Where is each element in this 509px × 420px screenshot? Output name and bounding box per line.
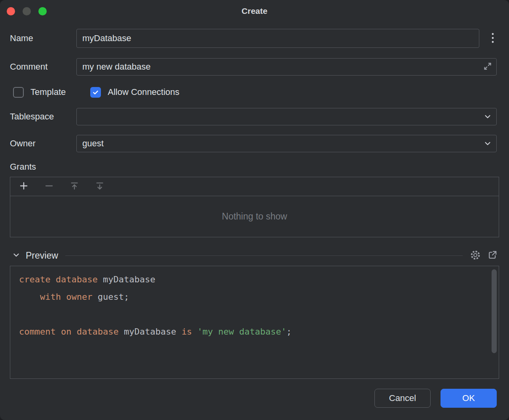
grants-panel: Nothing to show (10, 177, 499, 237)
tablespace-dropdown[interactable] (76, 108, 497, 125)
expand-icon (483, 62, 492, 72)
preview-header: Preview (0, 248, 509, 263)
open-in-new-icon (487, 250, 498, 261)
checkbox-row: Template Allow Connections (0, 86, 509, 98)
comment-row: Comment (0, 58, 509, 76)
titlebar: Create (0, 0, 509, 22)
chevron-down-icon (12, 251, 21, 261)
close-button[interactable] (7, 7, 15, 15)
name-options-button[interactable] (491, 32, 494, 45)
comment-input[interactable] (76, 58, 497, 76)
kebab-menu-icon (491, 32, 494, 45)
comment-label: Comment (10, 62, 76, 72)
template-checkbox[interactable] (13, 87, 24, 98)
move-down-icon (95, 181, 104, 192)
allow-connections-checkbox[interactable] (90, 87, 101, 98)
create-dialog: Create Name Comment (0, 0, 509, 420)
window-title: Create (241, 6, 267, 16)
remove-icon (44, 181, 54, 192)
remove-grant-button[interactable] (41, 180, 57, 194)
chevron-down-icon (483, 112, 492, 121)
preview-code: create database myDatabase with owner gu… (19, 271, 483, 341)
owner-row: Owner guest (0, 135, 509, 152)
owner-label: Owner (10, 138, 76, 149)
grants-toolbar (10, 177, 499, 196)
preview-title: Preview (26, 250, 58, 261)
cancel-button[interactable]: Cancel (374, 389, 431, 408)
chevron-down-icon (483, 139, 492, 148)
traffic-lights (7, 7, 47, 15)
minimize-button[interactable] (23, 7, 31, 15)
move-down-button[interactable] (92, 180, 108, 194)
preview-scrollbar[interactable] (492, 269, 497, 353)
zoom-button[interactable] (38, 7, 47, 15)
tablespace-row: Tablespace (0, 108, 509, 125)
open-in-window-button[interactable] (487, 250, 498, 261)
comment-expand-button[interactable] (483, 62, 492, 72)
template-checkbox-label: Template (30, 87, 66, 97)
owner-field-wrap: guest (76, 135, 497, 152)
tablespace-field-wrap (76, 108, 497, 125)
name-field-wrap (76, 29, 479, 48)
allow-connections-checkbox-label: Allow Connections (108, 87, 179, 97)
comment-field-wrap (76, 58, 497, 76)
allow-connections-checkbox-group[interactable]: Allow Connections (90, 87, 179, 98)
tablespace-label: Tablespace (10, 112, 76, 122)
owner-dropdown[interactable]: guest (76, 135, 497, 152)
move-up-icon (70, 181, 79, 192)
grants-empty-text: Nothing to show (10, 196, 499, 237)
name-input[interactable] (76, 29, 479, 48)
preview-settings-button[interactable] (470, 250, 481, 262)
dialog-footer: Cancel OK (0, 389, 509, 408)
template-checkbox-group[interactable]: Template (13, 87, 66, 98)
preview-divider (65, 255, 463, 256)
owner-dropdown-value: guest (82, 138, 104, 149)
gear-icon (470, 250, 481, 262)
ok-button[interactable]: OK (441, 389, 497, 408)
grants-label: Grants (0, 161, 509, 173)
move-up-button[interactable] (66, 180, 82, 194)
preview-collapse-toggle[interactable] (12, 251, 21, 261)
add-icon (19, 181, 28, 192)
name-label: Name (10, 33, 76, 44)
name-row: Name (0, 29, 509, 48)
add-grant-button[interactable] (16, 180, 32, 194)
sql-preview-panel: create database myDatabase with owner gu… (10, 266, 499, 379)
